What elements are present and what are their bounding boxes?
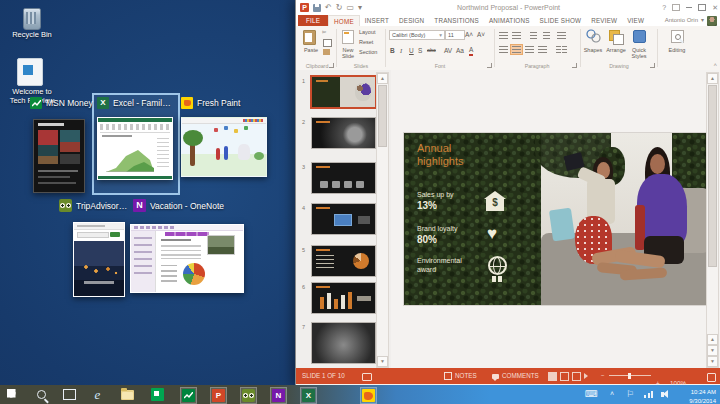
align-center-button[interactable]: [510, 44, 523, 55]
new-slide-button[interactable]: New Slide: [336, 47, 360, 59]
tab-review[interactable]: REVIEW: [586, 15, 622, 26]
justify-button[interactable]: [536, 44, 549, 55]
taskview-item-excel[interactable]: X Excel - Family…: [97, 97, 171, 109]
help-button[interactable]: ?: [662, 0, 666, 15]
previous-slide-icon[interactable]: ▲: [707, 334, 718, 345]
increase-font-icon[interactable]: A˄: [465, 30, 473, 39]
quick-styles-button[interactable]: Quick Styles: [626, 47, 652, 59]
font-family-select[interactable]: Calibri (Body) ▾: [389, 30, 445, 40]
taskbar-onenote[interactable]: N: [270, 387, 287, 404]
zoom-out-button[interactable]: −: [601, 368, 605, 384]
show-hidden-icons-chevron[interactable]: ˄: [610, 384, 614, 403]
slideshow-view-button[interactable]: [584, 373, 588, 379]
tripadvisor-thumbnail[interactable]: [73, 222, 125, 297]
font-color-button[interactable]: A: [469, 45, 473, 56]
reset-button[interactable]: Reset: [359, 39, 373, 45]
slide-thumbnail-6[interactable]: 6: [311, 282, 376, 314]
panel-scrollbar[interactable]: ▲ ▼: [376, 72, 389, 368]
current-slide[interactable]: Annual highlights Sales up by 13% $ Bran…: [404, 133, 709, 305]
canvas-scroll-down-icon[interactable]: ▼: [707, 356, 718, 367]
fresh-paint-thumbnail[interactable]: [181, 117, 267, 177]
start-button[interactable]: [5, 387, 20, 402]
taskbar-excel[interactable]: X: [300, 387, 317, 404]
decrease-font-icon[interactable]: A˅: [477, 30, 485, 39]
slide-thumbnail-3[interactable]: 3: [311, 162, 376, 194]
excel-thumbnail[interactable]: [97, 117, 173, 180]
decrease-indent-button[interactable]: [527, 30, 540, 41]
slide-thumbnail-1[interactable]: 1: [310, 75, 377, 109]
taskview-item-onenote[interactable]: N Vacation - OneNote: [133, 199, 224, 212]
ribbon-options-button[interactable]: [672, 4, 680, 11]
tab-transitions[interactable]: TRANSITIONS: [429, 15, 484, 26]
slide-thumbnail-5[interactable]: 5: [311, 245, 376, 277]
panel-scroll-down-icon[interactable]: ▼: [377, 356, 388, 367]
text-shadow-button[interactable]: S: [418, 46, 422, 55]
tab-animations[interactable]: ANIMATIONS: [484, 15, 535, 26]
minimize-button[interactable]: [686, 7, 692, 8]
comments-button[interactable]: COMMENTS: [492, 368, 539, 384]
slide-sorter-view-button[interactable]: [560, 372, 569, 381]
font-dialog-launcher[interactable]: [487, 63, 492, 68]
section-button[interactable]: Section: [359, 49, 377, 55]
tab-home[interactable]: HOME: [328, 15, 360, 27]
tab-insert[interactable]: INSERT: [360, 15, 394, 26]
reading-view-button[interactable]: [572, 372, 581, 381]
tab-view[interactable]: VIEW: [622, 15, 649, 26]
drawing-dialog-launcher[interactable]: [650, 63, 655, 68]
taskbar-fresh-paint[interactable]: [360, 387, 377, 404]
tab-file[interactable]: FILE: [298, 15, 328, 26]
taskbar-clock[interactable]: 10:24 AM 9/30/2014: [689, 388, 716, 404]
onenote-thumbnail[interactable]: [130, 224, 244, 293]
italic-button[interactable]: I: [400, 46, 402, 55]
character-spacing-icon[interactable]: AV: [444, 46, 452, 55]
account-dropdown-icon[interactable]: ▾: [701, 15, 704, 26]
clipboard-dialog-launcher[interactable]: [329, 63, 334, 68]
shapes-button[interactable]: Shapes: [581, 47, 605, 53]
slide-thumbnail-4[interactable]: 4: [311, 203, 376, 235]
zoom-slider[interactable]: [609, 375, 651, 376]
copy-icon[interactable]: [323, 39, 332, 47]
msn-money-thumbnail[interactable]: [33, 119, 85, 193]
canvas-scrollbar[interactable]: ▲ ▲ ▼ ▼: [706, 72, 719, 368]
increase-indent-button[interactable]: [540, 30, 553, 41]
slide-thumbnail-2[interactable]: 2: [311, 117, 376, 149]
panel-scrollbar-thumb[interactable]: [378, 85, 387, 147]
cut-icon[interactable]: ✂: [322, 29, 327, 35]
display-settings-icon[interactable]: [362, 373, 372, 381]
columns-button[interactable]: [555, 44, 568, 55]
restore-button[interactable]: [698, 4, 706, 11]
next-slide-icon[interactable]: ▼: [707, 345, 718, 356]
volume-icon[interactable]: [661, 392, 664, 397]
taskbar-tripadvisor[interactable]: [240, 387, 257, 404]
panel-scroll-up-icon[interactable]: ▲: [377, 73, 388, 84]
font-size-select[interactable]: 11: [445, 30, 465, 40]
slide-thumbnail-7[interactable]: 7: [311, 322, 376, 364]
taskview-item-msn-money[interactable]: MSN Money: [30, 97, 93, 109]
taskbar-store[interactable]: [150, 387, 165, 402]
taskbar-internet-explorer[interactable]: e: [90, 387, 105, 402]
paste-button[interactable]: Paste: [300, 47, 322, 53]
normal-view-button[interactable]: [548, 372, 557, 381]
bullets-button[interactable]: [497, 30, 510, 41]
fit-slide-to-window-icon[interactable]: [707, 373, 716, 382]
paragraph-dialog-launcher[interactable]: [572, 63, 577, 68]
taskbar-powerpoint[interactable]: P: [210, 387, 227, 404]
zoom-slider-knob[interactable]: [628, 373, 631, 379]
search-button[interactable]: [34, 387, 49, 402]
notes-button[interactable]: NOTES: [444, 368, 477, 384]
change-case-icon[interactable]: Aa: [456, 46, 464, 55]
task-view-button[interactable]: [62, 387, 77, 402]
editing-button[interactable]: Editing: [665, 47, 689, 53]
close-button[interactable]: ✕: [712, 0, 718, 15]
canvas-scroll-up-icon[interactable]: ▲: [707, 73, 718, 84]
account-avatar[interactable]: [707, 16, 717, 26]
tab-design[interactable]: DESIGN: [394, 15, 429, 26]
underline-button[interactable]: U: [409, 46, 414, 55]
action-center-flag-icon[interactable]: ⚐: [626, 385, 634, 404]
tab-slide-show[interactable]: SLIDE SHOW: [535, 15, 587, 26]
taskbar-file-explorer[interactable]: [120, 387, 135, 402]
canvas-scrollbar-thumb[interactable]: [708, 85, 717, 267]
account-name[interactable]: Antonio Orin: [665, 15, 698, 26]
taskbar-msn-money[interactable]: [180, 387, 197, 404]
numbering-button[interactable]: [510, 30, 523, 41]
